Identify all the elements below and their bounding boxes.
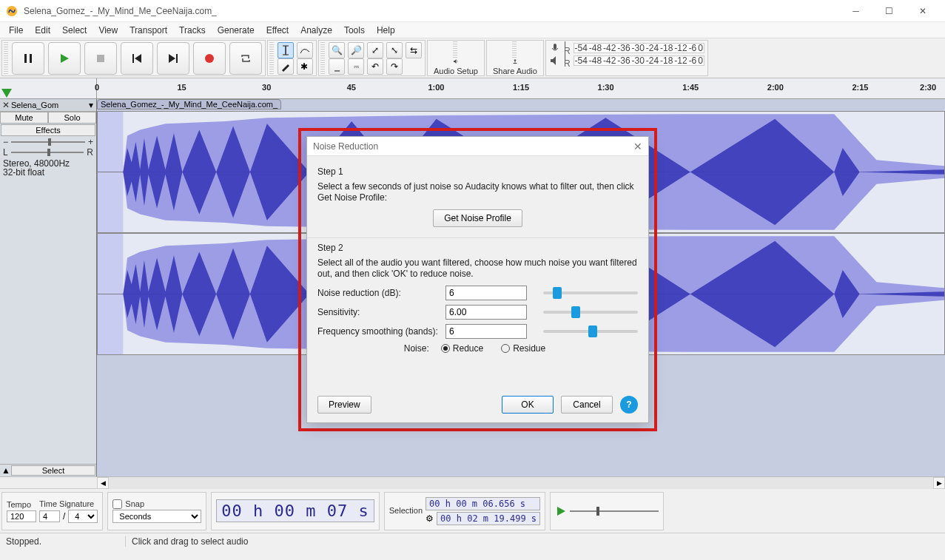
get-noise-profile-button[interactable]: Get Noise Profile	[433, 209, 522, 227]
envelope-tool[interactable]	[297, 42, 313, 58]
snap-panel: Snap Seconds	[107, 492, 206, 530]
snap-unit-select[interactable]: Seconds	[112, 510, 201, 523]
track-select-button[interactable]: Select	[11, 465, 95, 476]
draw-tool[interactable]	[278, 58, 294, 75]
stop-button[interactable]	[84, 42, 117, 75]
close-window-button[interactable]: ✕	[906, 0, 939, 22]
undo-button[interactable]: ↶	[367, 58, 383, 75]
record-button[interactable]	[193, 42, 226, 75]
gear-icon[interactable]: ⚙	[426, 513, 434, 524]
selection-end-display[interactable]: 00 h 02 m 19.499 s	[437, 512, 540, 525]
silence-button[interactable]: ⎓	[348, 58, 364, 75]
fit-project-button[interactable]: ⤡	[386, 42, 403, 58]
menu-file[interactable]: File	[3, 24, 29, 37]
timesig-num-input[interactable]	[39, 510, 60, 522]
menu-tools[interactable]: Tools	[338, 24, 371, 37]
skip-end-button[interactable]	[157, 42, 189, 75]
record-meter[interactable]: LR -54-48-42-36-30-24-18-12-60	[549, 42, 704, 54]
noise-reduction-input[interactable]	[445, 286, 527, 300]
current-time-display[interactable]: 00 h 00 m 07 s	[216, 499, 374, 522]
gain-slider[interactable]	[11, 141, 85, 143]
zoom-toggle-button[interactable]: ⇆	[406, 42, 422, 58]
menu-effect[interactable]: Effect	[260, 24, 295, 37]
selection-start-display[interactable]: 00 h 00 m 06.656 s	[426, 497, 540, 510]
selection-tool[interactable]	[278, 42, 294, 58]
scroll-right-button[interactable]: ▶	[933, 477, 945, 489]
skip-start-button[interactable]	[121, 42, 153, 75]
ok-button[interactable]: OK	[502, 396, 554, 414]
track-close-button[interactable]: ✕	[1, 100, 11, 110]
fit-selection-button[interactable]: ⤢	[367, 42, 383, 58]
svg-marker-22	[557, 507, 565, 516]
maximize-button[interactable]: ☐	[872, 0, 906, 22]
menu-select[interactable]: Select	[56, 24, 93, 37]
toolbar-grip[interactable]	[512, 41, 517, 58]
tools-toolbar: ✱	[267, 40, 317, 76]
pause-button[interactable]	[12, 42, 44, 75]
playback-meter[interactable]: LR -54-48-42-36-30-24-18-12-60	[549, 55, 704, 67]
dialog-close-button[interactable]: ✕	[633, 141, 642, 152]
toolbar-grip[interactable]	[269, 42, 274, 74]
loop-button[interactable]	[229, 42, 262, 75]
menu-tracks[interactable]: Tracks	[173, 24, 212, 37]
redo-button[interactable]: ↷	[386, 58, 403, 75]
dialog-titlebar[interactable]: Noise Reduction ✕	[307, 137, 648, 156]
snap-checkbox[interactable]	[112, 499, 122, 509]
menu-generate[interactable]: Generate	[212, 24, 260, 37]
noise-reduction-slider[interactable]	[543, 291, 638, 294]
zoom-out-button[interactable]: 🔎	[348, 42, 364, 58]
svg-marker-6	[135, 54, 141, 63]
step1-label: Step 1	[317, 166, 638, 177]
effects-button[interactable]: Effects	[1, 124, 95, 136]
menu-transport[interactable]: Transport	[124, 24, 173, 37]
menu-help[interactable]: Help	[371, 24, 401, 37]
minimize-button[interactable]: ─	[839, 0, 872, 22]
play-at-speed-icon[interactable]	[555, 505, 567, 517]
tempo-input[interactable]	[7, 510, 36, 522]
solo-button[interactable]: Solo	[48, 112, 96, 124]
menu-view[interactable]: View	[93, 24, 124, 37]
cancel-button[interactable]: Cancel	[561, 396, 613, 414]
play-speed-slider[interactable]	[570, 510, 659, 512]
timeline-ruler[interactable]: 0 15 30 45 1:00 1:15 1:30 1:45 2:00 2:15…	[0, 78, 945, 99]
sensitivity-label: Sensitivity:	[317, 307, 440, 317]
trim-button[interactable]: ⎯	[329, 58, 345, 75]
svg-marker-14	[454, 59, 456, 64]
collapse-button[interactable]: ▲	[1, 465, 11, 476]
mute-button[interactable]: Mute	[0, 112, 48, 124]
share-audio-label: Share Audio	[493, 67, 537, 75]
track-name[interactable]: Selena_Gom	[11, 101, 87, 109]
menu-edit[interactable]: Edit	[29, 24, 56, 37]
clip-title[interactable]: Selena_Gomez_-_My_Mind_Me_CeeNaija.com_	[97, 99, 281, 109]
horizontal-scrollbar[interactable]: ◀ ▶	[0, 476, 945, 488]
help-button[interactable]: ?	[620, 396, 638, 414]
play-button[interactable]	[48, 42, 81, 75]
pan-slider[interactable]	[11, 152, 84, 153]
sensitivity-input[interactable]	[445, 305, 527, 320]
timesig-den-select[interactable]: 4	[68, 510, 98, 523]
bottom-toolbar: Tempo Time Signature / 4 Snap Seconds 00…	[0, 488, 945, 533]
preview-button[interactable]: Preview	[317, 396, 371, 414]
track-menu-dropdown[interactable]: ▾	[87, 100, 95, 110]
speaker-icon	[450, 58, 462, 64]
reduce-radio[interactable]: Reduce	[441, 343, 483, 354]
menu-analyze[interactable]: Analyze	[295, 24, 338, 37]
residue-radio[interactable]: Residue	[501, 343, 545, 354]
audio-setup-toolbar[interactable]: Audio Setup	[427, 40, 485, 76]
toolbar-grip[interactable]	[4, 42, 8, 74]
frequency-smoothing-slider[interactable]	[543, 330, 638, 333]
scroll-left-button[interactable]: ◀	[97, 477, 109, 489]
upload-icon	[509, 58, 521, 64]
svg-rect-8	[176, 54, 178, 63]
status-hint: Click and drag to select audio	[126, 536, 945, 547]
zoom-in-button[interactable]: 🔍	[329, 42, 345, 58]
multi-tool[interactable]: ✱	[297, 58, 313, 75]
toolbar-grip[interactable]	[320, 42, 325, 74]
toolbar-grip[interactable]	[453, 41, 457, 58]
sensitivity-slider[interactable]	[543, 311, 638, 314]
share-audio-toolbar[interactable]: Share Audio	[486, 40, 544, 76]
svg-point-9	[205, 54, 214, 63]
playhead-icon[interactable]	[1, 89, 12, 98]
frequency-smoothing-input[interactable]	[445, 324, 527, 339]
noise-reduction-label: Noise reduction (dB):	[317, 288, 440, 298]
